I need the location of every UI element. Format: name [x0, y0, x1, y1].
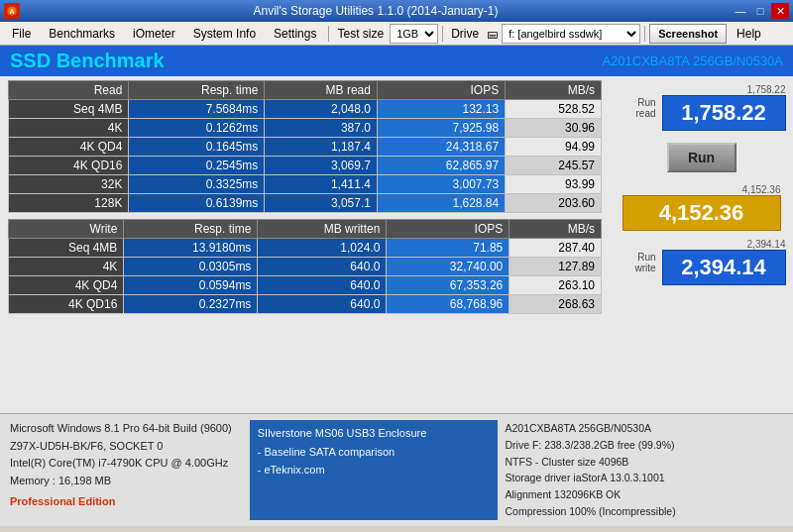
row-iops: 62,865.97: [377, 157, 505, 175]
row-iops: 3,007.73: [377, 175, 505, 194]
row-name: Seq 4MB: [9, 100, 129, 119]
marketing-info-col: SIlverstone MS06 USB3 Enclosure - Baseli…: [250, 420, 498, 520]
row-resp: 0.2327ms: [124, 295, 258, 314]
ssd-benchmark-title: SSD Benchmark: [10, 50, 165, 72]
sys-mem: Memory : 16,198 MB: [10, 473, 242, 490]
row-resp: 0.6139ms: [129, 194, 265, 213]
drive-select[interactable]: f: [angelbird ssdwk]: [502, 24, 640, 44]
run-button[interactable]: Run: [667, 143, 736, 172]
drive-label: Drive: [447, 25, 483, 43]
right-ntfs: NTFS - Cluster size 4096B: [506, 454, 784, 471]
row-name: 4K QD16: [9, 157, 129, 175]
menu-help[interactable]: Help: [729, 25, 769, 43]
row-mbs: 528.52: [506, 100, 602, 119]
run-button-row: Run: [667, 143, 736, 172]
screenshot-button[interactable]: Screenshot: [649, 24, 727, 44]
table-row: 4K QD4 0.0594ms 640.0 67,353.26 263.10: [9, 276, 602, 295]
resp-col-header: Resp. time: [129, 81, 265, 100]
right-model: A201CXBA8TA 256GB/N0530A: [506, 420, 784, 437]
close-button[interactable]: ✕: [771, 3, 789, 19]
minimize-button[interactable]: —: [732, 3, 749, 19]
row-mb: 1,024.0: [258, 239, 387, 258]
testsize-select[interactable]: 1GB: [390, 24, 438, 44]
mid-line3: - eTeknix.com: [258, 461, 490, 479]
run-write-label: Run write: [618, 252, 656, 273]
write-table: Write Resp. time MB written IOPS MB/s Se…: [8, 219, 602, 314]
row-iops: 32,740.00: [387, 258, 510, 276]
wmb-col-header: MB written: [258, 220, 387, 239]
row-mbs: 268.63: [510, 295, 602, 314]
row-iops: 71.85: [387, 239, 510, 258]
wresp-col-header: Resp. time: [124, 220, 258, 239]
read-col-header: Read: [9, 81, 129, 100]
sys-mb: Z97X-UD5H-BK/F6, SOCKET 0: [10, 438, 242, 456]
main-content: Read Resp. time MB read IOPS MB/s Seq 4M…: [0, 76, 793, 413]
read-table: Read Resp. time MB read IOPS MB/s Seq 4M…: [8, 80, 602, 213]
iops-col-header: IOPS: [377, 81, 505, 100]
mid-line2: - Baseline SATA comparison: [258, 443, 490, 462]
app-title: Anvil's Storage Utilities 1.1.0 (2014-Ja…: [20, 4, 732, 18]
mb-col-header: MB read: [265, 81, 378, 100]
row-name: 4K QD4: [9, 276, 124, 295]
row-mb: 1,411.4: [265, 175, 378, 194]
separator-2: [442, 26, 443, 42]
row-mb: 640.0: [258, 258, 387, 276]
mid-line1: SIlverstone MS06 USB3 Enclosure: [258, 424, 490, 443]
menu-file[interactable]: File: [4, 25, 39, 43]
row-name: 32K: [9, 175, 129, 194]
drive-info-col: A201CXBA8TA 256GB/N0530A Drive F: 238.3/…: [506, 420, 784, 520]
row-name: 4K: [9, 119, 129, 138]
table-row: 128K 0.6139ms 3,057.1 1,628.84 203.60: [9, 194, 602, 213]
drive-icon: 🖴: [487, 28, 498, 40]
total-score-label: 4,152.36: [623, 184, 781, 195]
table-row: 32K 0.3325ms 1,411.4 3,007.73 93.99: [9, 175, 602, 194]
bottom-info: Microsoft Windows 8.1 Pro 64-bit Build (…: [0, 413, 793, 526]
read-score-value: 1,758.22: [662, 95, 786, 131]
table-row: 4K QD16 0.2327ms 640.0 68,768.96 268.63: [9, 295, 602, 314]
menu-benchmarks[interactable]: Benchmarks: [41, 25, 123, 43]
total-score-value: 4,152.36: [623, 195, 781, 231]
sys-info-col: Microsoft Windows 8.1 Pro 64-bit Build (…: [10, 420, 242, 520]
table-row: 4K QD16 0.2545ms 3,069.7 62,865.97 245.5…: [9, 157, 602, 175]
table-row: Seq 4MB 13.9180ms 1,024.0 71.85 287.40: [9, 239, 602, 258]
menu-settings[interactable]: Settings: [266, 25, 324, 43]
menu-iometer[interactable]: iOmeter: [125, 25, 183, 43]
table-row: 4K 0.0305ms 640.0 32,740.00 127.89: [9, 258, 602, 276]
separator-1: [328, 26, 329, 42]
row-name: 4K QD4: [9, 138, 129, 157]
row-mbs: 30.96: [506, 119, 602, 138]
separator-3: [644, 26, 645, 42]
row-mbs: 245.57: [506, 157, 602, 175]
row-mb: 2,048.0: [265, 100, 378, 119]
row-mbs: 94.99: [506, 138, 602, 157]
row-name: 4K: [9, 258, 124, 276]
row-resp: 0.0594ms: [124, 276, 258, 295]
run-read-label: Run read: [618, 97, 656, 119]
row-resp: 0.2545ms: [129, 157, 265, 175]
sys-os: Microsoft Windows 8.1 Pro 64-bit Build (…: [10, 420, 242, 438]
row-resp: 0.1645ms: [129, 138, 265, 157]
row-mb: 1,187.4: [265, 138, 378, 157]
right-panel: Run read 1,758.22 1,758.22 Run 4,152.36 …: [610, 76, 793, 413]
row-name: 128K: [9, 194, 129, 213]
wmbs-col-header: MB/s: [510, 220, 602, 239]
row-iops: 68,768.96: [387, 295, 510, 314]
ssd-model: A201CXBA8TA 256GB/N0530A: [602, 53, 783, 68]
row-mbs: 127.89: [510, 258, 602, 276]
sys-cpu: Intel(R) Core(TM) i7-4790K CPU @ 4.00GHz: [10, 455, 242, 473]
row-resp: 0.3325ms: [129, 175, 265, 194]
mbs-col-header: MB/s: [506, 81, 602, 100]
write-col-header: Write: [9, 220, 124, 239]
row-name: 4K QD16: [9, 295, 124, 314]
row-mbs: 93.99: [506, 175, 602, 194]
window-controls: — □ ✕: [732, 3, 789, 19]
wiops-col-header: IOPS: [387, 220, 510, 239]
right-driver: Storage driver iaStorA 13.0.3.1001: [506, 470, 784, 486]
write-score-label: 2,394.14: [662, 239, 786, 250]
write-score-block: 2,394.14 2,394.14: [662, 239, 786, 285]
row-name: Seq 4MB: [9, 239, 124, 258]
maximize-button[interactable]: □: [751, 3, 769, 19]
benchmark-table: Read Resp. time MB read IOPS MB/s Seq 4M…: [0, 76, 610, 413]
row-mbs: 263.10: [510, 276, 602, 295]
menu-sysinfo[interactable]: System Info: [185, 25, 264, 43]
